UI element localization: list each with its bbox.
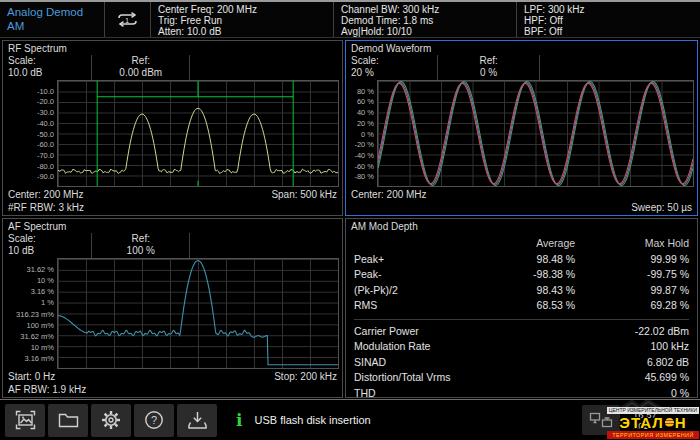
demod-footer: Center: 200 MHz Sweep: 50 µs	[346, 188, 697, 215]
af-ref-field[interactable]: Ref: 100 %	[91, 233, 189, 258]
af-scale-field[interactable]: Scale: 10 dB	[3, 233, 91, 258]
folder-icon	[58, 411, 79, 429]
continuous-sweep-button[interactable]: 1	[104, 2, 150, 37]
af-scale-ref-spacer	[189, 233, 342, 258]
mode-label[interactable]: Analog Demod AM	[0, 2, 104, 37]
demod-center-readout: Center: 200 MHz	[351, 188, 427, 201]
filter-settings-summary[interactable]: LPF: 300 kHz HPF: Off BPF: Off	[516, 2, 700, 37]
gear-icon	[100, 409, 122, 431]
channel-bw-readout: Channel BW: 300 kHz	[341, 4, 509, 15]
y-tick-label: -40.0	[37, 118, 54, 127]
settings-button[interactable]	[91, 404, 131, 437]
am-mod-depth-panel[interactable]: AM Mod Depth Average Max Hold Peak+98.48…	[345, 218, 698, 398]
y-tick-label: -80 %	[354, 172, 374, 181]
screenshot-icon	[15, 410, 36, 430]
am-mod-depth-table: Average Max Hold Peak+98.48 %99.99 %Peak…	[346, 233, 697, 401]
info-icon: i	[236, 412, 242, 429]
mod-depth-row: (Pk-Pk)/298.43 %99.87 %	[354, 283, 689, 299]
freq-trig-atten-summary[interactable]: Center Freq: 200 MHz Trig: Free Run Atte…	[150, 2, 333, 37]
y-tick-label: 316.23 m%	[16, 309, 54, 318]
y-tick-label: -90.0	[37, 172, 54, 181]
y-tick-label: 31.62 m%	[20, 331, 54, 340]
rf-rbw-readout: #RF RBW: 3 kHz	[8, 201, 84, 214]
af-trace-svg	[58, 259, 338, 368]
svg-text:1: 1	[125, 16, 129, 25]
rf-center-readout: Center: 200 MHz	[8, 188, 84, 201]
y-tick-label: 60 %	[357, 97, 374, 106]
rf-spectrum-title: RF Spectrum	[3, 41, 342, 55]
demod-scale-field[interactable]: Scale: 20 %	[346, 55, 437, 80]
trigger-readout: Trig: Free Run	[158, 15, 326, 26]
screenshot-button[interactable]	[5, 404, 45, 437]
bpf-readout: BPF: Off	[524, 26, 693, 37]
continuous-sweep-icon: 1	[114, 11, 141, 28]
mod-depth-stat-row: Modulation Rate100 kHz	[354, 339, 689, 355]
demod-y-axis-labels: 80 %60 %40 %20 %0 %-20 %-40 %-60 %-80 %	[346, 80, 377, 187]
status-message-text: USB flash disk insertion	[254, 414, 370, 426]
af-stop-readout: Stop: 200 kHz	[274, 370, 337, 383]
y-tick-label: 3.16 m%	[24, 353, 54, 362]
mod-depth-row: Peak--98.38 %-99.75 %	[354, 267, 689, 283]
sun-o-icon	[664, 417, 675, 428]
demod-sweep-readout: Sweep: 50 µs	[631, 201, 692, 214]
demod-waveform-title: Demod Waveform	[346, 41, 697, 55]
svg-text:?: ?	[151, 414, 157, 426]
y-tick-label: -60.0	[37, 140, 54, 149]
y-tick-label: 0 %	[361, 129, 374, 138]
avg-hold-readout: Avg|Hold: 10/10	[341, 26, 509, 37]
watermark-bottom-text: ТЕРРИТОРИЯ ИЗМЕРЕНИЙ	[607, 431, 699, 439]
rf-ref-field[interactable]: Ref: 0.00 dBm	[91, 55, 189, 80]
help-button[interactable]: ?	[134, 404, 174, 437]
y-tick-label: 3.16 %	[31, 287, 54, 296]
y-tick-label: -80.0	[37, 161, 54, 170]
rf-scale-field[interactable]: Scale: 10.0 dB	[3, 55, 91, 80]
y-tick-label: -20 %	[354, 140, 374, 149]
af-y-axis-labels: 31.62 %10 %3.16 %1 %316.23 m%100 m%31.62…	[3, 258, 57, 369]
y-tick-label: 10 m%	[31, 342, 54, 351]
mod-depth-row: Peak+98.48 %99.99 %	[354, 252, 689, 268]
rf-footer: Center: 200 MHz Span: 500 kHz #RF RBW: 3…	[3, 188, 342, 215]
af-spectrum-panel[interactable]: AF Spectrum Scale: 10 dB Ref: 100 % 31.6…	[2, 218, 343, 398]
af-spectrum-plot[interactable]	[57, 258, 339, 369]
af-ref-label: Ref:	[97, 233, 184, 245]
y-tick-label: 100 m%	[26, 320, 54, 329]
watermark-top-text: ЦЕНТР ИЗМЕРИТЕЛЬНОЙ ТЕХНИКИ	[607, 407, 699, 414]
af-start-readout: Start: 0 Hz	[8, 370, 55, 383]
rf-ref-value: 0.00 dBm	[97, 67, 184, 79]
y-tick-label: 80 %	[357, 86, 374, 95]
y-tick-label: 31.62 %	[26, 265, 54, 274]
spectrum-analyzer-screen: Analog Demod AM 1 Center Freq: 200 MHz T…	[0, 0, 700, 440]
y-tick-label: -40 %	[354, 150, 374, 159]
demod-scale-label: Scale:	[351, 55, 432, 67]
y-tick-label: -10.0	[37, 86, 54, 95]
y-tick-label: -70.0	[37, 150, 54, 159]
demod-waveform-plot[interactable]	[377, 80, 694, 187]
rf-span-readout: Span: 500 kHz	[271, 188, 337, 201]
rf-scale-ref-row: Scale: 10.0 dB Ref: 0.00 dBm	[3, 55, 342, 80]
rf-ref-label: Ref:	[97, 55, 184, 67]
bottom-status-bar: ? i USB flash disk insertion	[0, 399, 700, 440]
watermark-main-text: ЭТАЛН	[607, 414, 699, 431]
y-tick-label: -50.0	[37, 129, 54, 138]
rf-scale-label: Scale:	[8, 55, 86, 67]
file-explorer-button[interactable]	[48, 404, 88, 437]
demod-ref-field[interactable]: Ref: 0 %	[437, 55, 539, 80]
rf-y-axis-labels: -10.0-20.0-30.0-40.0-50.0-60.0-70.0-80.0…	[3, 80, 57, 187]
save-button[interactable]	[177, 404, 217, 437]
y-tick-label: 10 %	[37, 276, 54, 285]
af-scale-value: 10 dB	[8, 245, 86, 257]
y-tick-label: 40 %	[357, 108, 374, 117]
y-tick-label: -30.0	[37, 108, 54, 117]
demod-waveform-panel[interactable]: Demod Waveform Scale: 20 % Ref: 0 % 80 %…	[345, 40, 698, 216]
demod-settings-summary[interactable]: Channel BW: 300 kHz Demod Time: 1.8 ms A…	[333, 2, 516, 37]
mod-depth-row: RMS68.53 %69.28 %	[354, 298, 689, 314]
demod-trace-svg	[378, 81, 693, 186]
rf-scale-ref-spacer	[189, 55, 342, 80]
af-scale-ref-row: Scale: 10 dB Ref: 100 %	[3, 233, 342, 258]
mod-depth-stat-row: Distortion/Total Vrms45.699 %	[354, 370, 689, 386]
rf-spectrum-plot[interactable]	[57, 80, 339, 187]
mod-depth-header-row: Average Max Hold	[354, 236, 689, 252]
status-message: i USB flash disk insertion	[236, 412, 371, 429]
af-spectrum-title: AF Spectrum	[3, 219, 342, 233]
rf-spectrum-panel[interactable]: RF Spectrum Scale: 10.0 dB Ref: 0.00 dBm…	[2, 40, 343, 216]
